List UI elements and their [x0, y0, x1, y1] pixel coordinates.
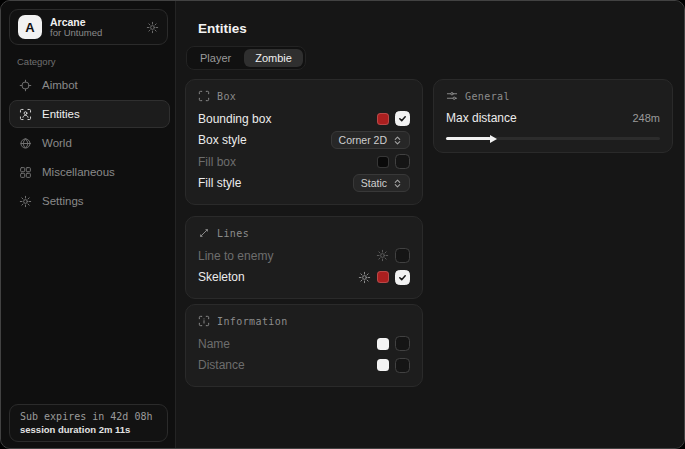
- tab-zombie[interactable]: Zombie: [244, 49, 303, 67]
- gear-icon: [19, 195, 32, 208]
- skeleton-label: Skeleton: [198, 270, 358, 284]
- gear-icon[interactable]: [358, 271, 371, 284]
- box-style-label: Box style: [198, 133, 331, 147]
- sidebar-nav: Aimbot Entities World: [9, 71, 170, 215]
- box-card: Box Bounding box Box style Corner 2D: [185, 79, 423, 205]
- sidebar-item-label: Miscellaneous: [42, 166, 115, 178]
- gear-icon[interactable]: [146, 21, 159, 34]
- sidebar-item-miscellaneous[interactable]: Miscellaneous: [9, 158, 170, 186]
- sidebar-item-settings[interactable]: Settings: [9, 187, 170, 215]
- sidebar-item-aimbot[interactable]: Aimbot: [9, 71, 170, 99]
- sidebar-item-label: Entities: [42, 108, 80, 120]
- box-style-value: Corner 2D: [339, 134, 387, 146]
- sidebar-item-label: Aimbot: [42, 79, 78, 91]
- box-style-row: Box style Corner 2D: [198, 130, 410, 152]
- brand-card: A Arcane for Untumed: [9, 9, 168, 45]
- fill-style-label: Fill style: [198, 176, 353, 190]
- fill-style-row: Fill style Static: [198, 173, 410, 195]
- info-scan-icon: [198, 315, 210, 327]
- tab-player[interactable]: Player: [189, 49, 242, 67]
- box-corners-icon: [198, 90, 210, 102]
- fill-box-label: Fill box: [198, 155, 377, 169]
- box-style-dropdown[interactable]: Corner 2D: [331, 131, 410, 149]
- app-subtitle: for Untumed: [50, 28, 138, 39]
- distance-checkbox[interactable]: [395, 358, 410, 373]
- max-distance-label: Max distance: [446, 111, 632, 125]
- skeleton-color-swatch[interactable]: [377, 271, 389, 283]
- box-card-header: Box: [198, 90, 410, 102]
- name-checkbox[interactable]: [395, 336, 410, 351]
- sidebar-item-label: Settings: [42, 195, 84, 207]
- slider-fill: [446, 137, 491, 140]
- tab-bar: Player Zombie: [186, 46, 306, 70]
- lines-card: Lines Line to enemy Skeleton: [185, 216, 423, 299]
- line-to-enemy-checkbox[interactable]: [395, 248, 410, 263]
- lines-card-title: Lines: [217, 228, 249, 239]
- bounding-box-row: Bounding box: [198, 108, 410, 130]
- app-window: A Arcane for Untumed Category Ai: [0, 0, 685, 449]
- name-color-swatch[interactable]: [377, 338, 389, 350]
- category-label: Category: [17, 56, 56, 67]
- distance-row: Distance: [198, 355, 410, 377]
- crosshair-icon: [19, 79, 32, 92]
- main-content: Entities Player Zombie Box Bounding box: [177, 1, 684, 448]
- subscription-expiry: Sub expires in 42d 08h: [20, 411, 157, 422]
- brand-text: Arcane for Untumed: [50, 16, 138, 39]
- app-logo: A: [18, 15, 42, 39]
- sidebar-item-entities[interactable]: Entities: [9, 100, 170, 128]
- max-distance-row: Max distance 248m: [446, 108, 660, 128]
- slider-thumb[interactable]: [490, 135, 497, 143]
- general-card: General Max distance 248m: [433, 79, 673, 153]
- box-card-title: Box: [217, 91, 236, 102]
- gear-icon[interactable]: [376, 249, 389, 262]
- line-to-enemy-label: Line to enemy: [198, 249, 376, 263]
- fill-box-checkbox[interactable]: [395, 154, 410, 169]
- chevron-up-down-icon: [393, 179, 402, 188]
- distance-label: Distance: [198, 358, 377, 372]
- sidebar-item-world[interactable]: World: [9, 129, 170, 157]
- lines-card-header: Lines: [198, 227, 410, 239]
- sidebar: A Arcane for Untumed Category Ai: [1, 1, 176, 448]
- skeleton-checkbox[interactable]: [395, 270, 410, 285]
- fill-style-dropdown[interactable]: Static: [353, 174, 410, 192]
- general-card-header: General: [446, 90, 660, 102]
- information-card: Information Name Distance: [185, 304, 423, 387]
- sidebar-item-label: World: [42, 137, 72, 149]
- bounding-box-color-swatch[interactable]: [377, 113, 389, 125]
- fill-box-row: Fill box: [198, 151, 410, 173]
- name-row: Name: [198, 333, 410, 355]
- grid-icon: [19, 166, 32, 179]
- skeleton-row: Skeleton: [198, 267, 410, 289]
- app-name: Arcane: [50, 16, 138, 28]
- max-distance-slider[interactable]: [446, 137, 660, 140]
- max-distance-value: 248m: [632, 112, 660, 124]
- sliders-icon: [446, 90, 458, 102]
- line-to-enemy-row: Line to enemy: [198, 245, 410, 267]
- session-duration: session duration 2m 11s: [20, 424, 157, 435]
- entities-scan-icon: [19, 108, 32, 121]
- fill-style-value: Static: [361, 177, 387, 189]
- page-title: Entities: [198, 21, 247, 36]
- bounding-box-label: Bounding box: [198, 112, 377, 126]
- information-card-header: Information: [198, 315, 410, 327]
- chevron-up-down-icon: [393, 136, 402, 145]
- globe-icon: [19, 137, 32, 150]
- line-icon: [198, 227, 210, 239]
- fill-box-color-swatch[interactable]: [377, 156, 389, 168]
- distance-color-swatch[interactable]: [377, 359, 389, 371]
- general-card-title: General: [465, 91, 510, 102]
- name-label: Name: [198, 337, 377, 351]
- bounding-box-checkbox[interactable]: [395, 111, 410, 126]
- information-card-title: Information: [217, 316, 288, 327]
- subscription-card: Sub expires in 42d 08h session duration …: [9, 404, 168, 442]
